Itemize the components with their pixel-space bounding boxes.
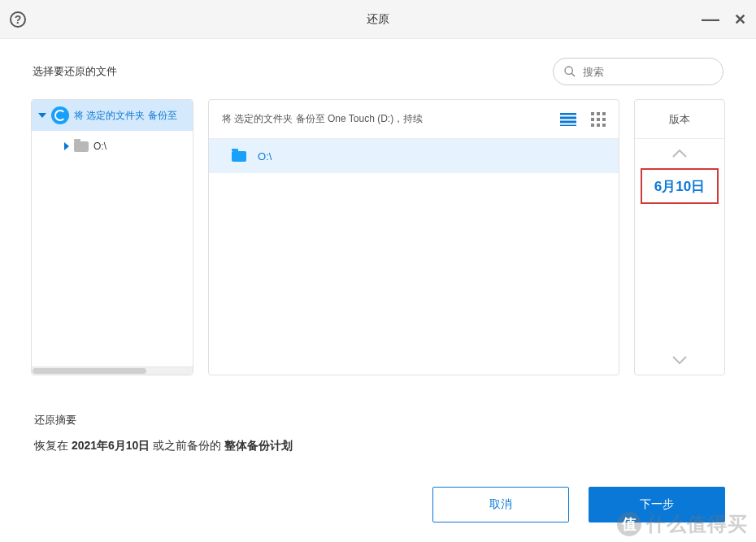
next-button[interactable]: 下一步 — [589, 487, 725, 522]
search-box[interactable] — [553, 58, 723, 85]
help-icon[interactable]: ? — [10, 11, 26, 28]
window-controls: — ✕ — [702, 11, 746, 28]
folder-icon — [232, 151, 246, 162]
cancel-button[interactable]: 取消 — [432, 487, 569, 522]
svg-rect-3 — [597, 112, 600, 115]
summary-text: 恢复在 2021年6月10日 或之前备份的 整体备份计划 — [34, 439, 722, 453]
folder-icon — [74, 141, 89, 152]
content: 选择要还原的文件 将 选定的文件夹 备份至 O:\ 将 选定的文件夹 备份 — [0, 39, 756, 453]
svg-point-0 — [565, 67, 572, 74]
header-row: 选择要还原的文件 — [31, 55, 725, 88]
titlebar: ? 还原 — ✕ — [0, 0, 756, 39]
svg-rect-4 — [602, 112, 606, 115]
version-panel: 版本 6月10日 — [634, 99, 725, 375]
horizontal-scrollbar[interactable] — [32, 366, 193, 375]
footer-actions: 取消 下一步 — [432, 487, 725, 522]
svg-rect-9 — [597, 124, 600, 127]
panels: 将 选定的文件夹 备份至 O:\ 将 选定的文件夹 备份至 One Touch … — [31, 99, 725, 375]
svg-rect-10 — [602, 124, 606, 127]
tree-item-drive-o[interactable]: O:\ — [32, 131, 193, 162]
view-toggle — [560, 112, 606, 127]
list-item-label: O:\ — [258, 150, 272, 163]
version-prev-icon[interactable] — [635, 139, 724, 168]
version-next-icon[interactable] — [635, 345, 724, 375]
search-input[interactable] — [583, 66, 713, 78]
restore-summary: 还原摘要 恢复在 2021年6月10日 或之前备份的 整体备份计划 — [31, 413, 725, 453]
tree-item-label: O:\ — [93, 141, 106, 152]
version-item[interactable]: 6月10日 — [641, 168, 719, 204]
seagate-icon — [51, 106, 69, 124]
select-files-label: 选择要还原的文件 — [33, 64, 117, 79]
search-icon — [563, 65, 576, 78]
svg-rect-7 — [602, 118, 606, 121]
close-icon[interactable]: ✕ — [734, 11, 746, 28]
tree-item-backup-plan[interactable]: 将 选定的文件夹 备份至 — [32, 100, 193, 131]
tree-panel: 将 选定的文件夹 备份至 O:\ — [31, 99, 193, 375]
svg-line-1 — [571, 73, 575, 76]
summary-title: 还原摘要 — [34, 413, 722, 427]
list-header: 将 选定的文件夹 备份至 One Touch (D:)，持续 — [209, 100, 619, 139]
grid-view-icon[interactable] — [591, 112, 606, 127]
svg-rect-8 — [591, 124, 594, 127]
svg-rect-2 — [591, 112, 594, 115]
list-item-drive-o[interactable]: O:\ — [209, 139, 619, 173]
tree-item-label: 将 选定的文件夹 备份至 — [74, 109, 177, 123]
caret-right-icon — [64, 142, 69, 150]
list-panel: 将 选定的文件夹 备份至 One Touch (D:)，持续 O:\ — [208, 99, 619, 375]
svg-rect-6 — [597, 118, 600, 121]
minimize-icon[interactable]: — — [702, 11, 719, 28]
caret-down-icon — [38, 113, 46, 118]
list-breadcrumb: 将 选定的文件夹 备份至 One Touch (D:)，持续 — [222, 112, 423, 126]
version-title: 版本 — [635, 100, 724, 139]
svg-rect-5 — [591, 118, 594, 121]
list-view-icon[interactable] — [560, 112, 576, 127]
window-title: 还原 — [367, 12, 389, 27]
